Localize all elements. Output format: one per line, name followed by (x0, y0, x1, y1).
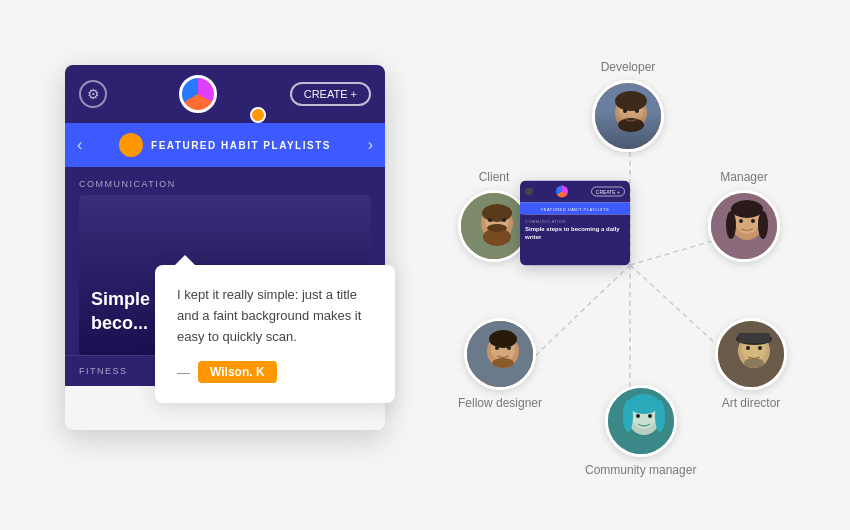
svg-point-28 (751, 219, 755, 223)
svg-point-18 (487, 224, 507, 232)
developer-avatar (592, 80, 664, 152)
manager-avatar (708, 190, 780, 262)
svg-point-50 (746, 346, 750, 350)
gear-icon: ⚙ (79, 80, 107, 108)
app-logo (179, 75, 217, 113)
next-arrow-icon[interactable]: › (368, 136, 373, 154)
tooltip-card: I kept it really simple: just a title an… (155, 265, 395, 403)
svg-point-19 (488, 218, 492, 222)
svg-point-49 (744, 358, 764, 368)
svg-point-51 (758, 346, 762, 350)
svg-point-40 (623, 400, 633, 432)
nav-dot (119, 133, 143, 157)
tooltip-dash: — (177, 365, 190, 380)
svg-point-33 (492, 358, 514, 368)
community-label: Community manager (585, 463, 696, 477)
svg-point-41 (655, 400, 665, 432)
prev-arrow-icon[interactable]: ‹ (77, 136, 82, 154)
community-avatar (605, 385, 677, 457)
create-button[interactable]: CREATE + (290, 82, 371, 106)
svg-point-32 (489, 330, 517, 348)
svg-point-42 (636, 414, 640, 418)
tooltip-text: I kept it really simple: just a title an… (177, 285, 373, 347)
center-nav-text: FEATURED HABIT PLAYLISTS (541, 206, 609, 211)
network-diagram: CREATE + FEATURED HABIT PLAYLISTS COMMUN… (430, 40, 830, 490)
node-art-director: Art director (715, 318, 787, 410)
center-card-header: CREATE + (520, 181, 630, 203)
center-nav: FEATURED HABIT PLAYLISTS (520, 203, 630, 215)
developer-label: Developer (601, 60, 656, 74)
center-logo (556, 186, 568, 198)
fellow-label: Fellow designer (458, 396, 542, 410)
center-title: Simple steps to becoming a daily writer (525, 226, 625, 242)
notification-dot (250, 107, 266, 123)
node-developer: Developer (592, 60, 664, 152)
manager-label: Manager (720, 170, 767, 184)
svg-point-24 (731, 200, 763, 218)
node-community-manager: Community manager (585, 385, 696, 477)
svg-point-25 (726, 211, 736, 239)
nav-label: FEATURED HABIT PLAYLISTS (151, 140, 331, 151)
center-create: CREATE + (591, 187, 625, 197)
svg-point-39 (628, 394, 660, 414)
svg-point-43 (648, 414, 652, 418)
communication-label: COMMUNICATION (65, 167, 385, 195)
center-section: COMMUNICATION (525, 219, 625, 224)
center-app-card: CREATE + FEATURED HABIT PLAYLISTS COMMUN… (520, 181, 630, 266)
author-badge: Wilson. K (198, 361, 277, 383)
nav-center: FEATURED HABIT PLAYLISTS (119, 133, 331, 157)
node-manager: Manager (708, 170, 780, 262)
svg-point-26 (758, 211, 768, 239)
svg-point-35 (507, 346, 511, 350)
svg-point-34 (495, 346, 499, 350)
page-container: ⚙ CREATE + ‹ FEATURED HABIT PLAYLISTS › … (0, 0, 850, 530)
svg-rect-48 (738, 333, 770, 343)
svg-point-20 (502, 218, 506, 222)
app-nav: ‹ FEATURED HABIT PLAYLISTS › (65, 123, 385, 167)
tooltip-author: — Wilson. K (177, 361, 373, 383)
center-body: COMMUNICATION Simple steps to becoming a… (520, 215, 630, 266)
svg-point-27 (739, 219, 743, 223)
app-header: ⚙ CREATE + (65, 65, 385, 123)
client-label: Client (479, 170, 510, 184)
center-dot (525, 188, 533, 196)
node-fellow-designer: Fellow designer (458, 318, 542, 410)
svg-point-16 (482, 204, 512, 222)
art-avatar (715, 318, 787, 390)
art-director-label: Art director (722, 396, 781, 410)
fellow-avatar (464, 318, 536, 390)
